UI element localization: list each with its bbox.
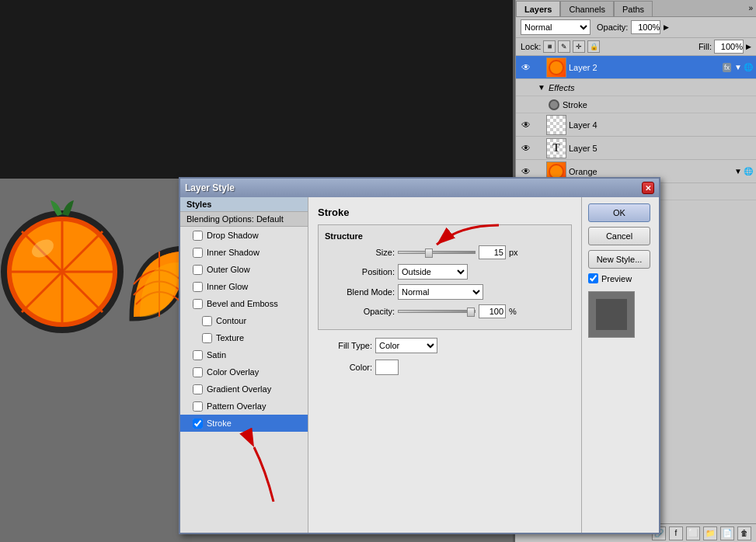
- size-value-input[interactable]: [479, 245, 506, 259]
- style-pattern-overlay[interactable]: Pattern Overlay: [180, 398, 308, 415]
- inner-glow-label: Inner Glow: [207, 282, 248, 291]
- opacity-form-label: Opacity:: [325, 307, 395, 316]
- style-stroke[interactable]: Stroke: [180, 415, 308, 432]
- preview-checkbox[interactable]: [588, 273, 598, 283]
- position-select[interactable]: Outside Inside Center: [398, 264, 468, 280]
- layers-toolbar: Normal Opacity: ▶: [516, 17, 756, 38]
- fx-icon-layer2[interactable]: fx: [723, 63, 731, 72]
- eye-icon-orange[interactable]: 👁: [519, 165, 533, 179]
- dialog-right-panel: OK Cancel New Style... Preview: [581, 197, 659, 533]
- opacity-unit: %: [509, 307, 517, 316]
- styles-header[interactable]: Styles: [180, 197, 308, 212]
- position-label: Position:: [325, 267, 395, 276]
- blend-mode-select[interactable]: Normal: [521, 19, 591, 35]
- texture-checkbox[interactable]: [202, 333, 212, 343]
- dialog-main-content: Stroke Structure Size: px Position:: [308, 197, 581, 533]
- svg-point-8: [549, 61, 563, 75]
- eye-icon-layer2[interactable]: 👁: [519, 61, 533, 75]
- blend-mode-label: Blend Mode:: [325, 287, 395, 297]
- outer-glow-checkbox[interactable]: [193, 265, 203, 275]
- style-outer-glow[interactable]: Outer Glow: [180, 261, 308, 278]
- lock-image-btn[interactable]: ✎: [558, 40, 570, 53]
- fill-arrow-icon[interactable]: ▶: [746, 43, 751, 50]
- size-label: Size:: [325, 248, 395, 257]
- color-overlay-checkbox[interactable]: [193, 367, 203, 377]
- blending-options-header[interactable]: Blending Options: Default: [180, 212, 308, 227]
- opacity-value-input[interactable]: [479, 304, 506, 318]
- structure-label: Structure: [325, 231, 565, 241]
- eye-icon-layer5[interactable]: 👁: [519, 141, 533, 155]
- opacity-input[interactable]: [631, 20, 660, 34]
- tab-layers[interactable]: Layers: [516, 1, 560, 16]
- layer2-name: Layer 2: [569, 63, 723, 72]
- layer-row-layer2[interactable]: 👁 Layer 2 fx ▼ 🌐: [516, 56, 756, 79]
- add-mask-btn[interactable]: ⬜: [686, 526, 700, 540]
- pattern-overlay-checkbox[interactable]: [193, 401, 203, 412]
- visibility-arrow-layer2[interactable]: ▼: [734, 63, 742, 71]
- color-swatch[interactable]: [375, 360, 399, 375]
- add-style-btn[interactable]: f: [669, 526, 683, 540]
- style-inner-glow[interactable]: Inner Glow: [180, 278, 308, 295]
- fill-type-label: Fill Type:: [318, 341, 372, 350]
- opacity-arrow-icon[interactable]: ▶: [664, 23, 669, 31]
- layer4-name: Layer 4: [569, 120, 753, 130]
- style-satin[interactable]: Satin: [180, 346, 308, 363]
- gradient-overlay-checkbox[interactable]: [193, 384, 203, 394]
- ok-button[interactable]: OK: [588, 203, 650, 222]
- chain-icon-layer5: [533, 143, 544, 154]
- bevel-emboss-checkbox[interactable]: [193, 299, 203, 309]
- lock-label: Lock:: [521, 42, 541, 51]
- orange-extra-icon: 🌐: [744, 167, 753, 175]
- bevel-emboss-label: Bevel and Emboss: [207, 299, 278, 308]
- tab-paths[interactable]: Paths: [614, 1, 653, 16]
- inner-shadow-label: Inner Shadow: [207, 248, 260, 257]
- panel-expand-icon[interactable]: »: [748, 4, 753, 12]
- style-color-overlay[interactable]: Color Overlay: [180, 363, 308, 380]
- inner-shadow-checkbox[interactable]: [193, 248, 203, 258]
- style-texture[interactable]: Texture: [180, 329, 308, 346]
- style-contour[interactable]: Contour: [180, 312, 308, 329]
- style-drop-shadow[interactable]: Drop Shadow: [180, 227, 308, 244]
- stroke-row-layer2[interactable]: Stroke: [516, 96, 756, 113]
- lock-position-btn[interactable]: ✛: [573, 40, 585, 53]
- effects-expand-icon[interactable]: ▼: [538, 83, 545, 92]
- dialog-titlebar: Layer Style ✕: [180, 179, 659, 197]
- lock-all-btn[interactable]: 🔒: [587, 40, 600, 53]
- thumb-layer5: T: [546, 138, 566, 158]
- position-row: Position: Outside Inside Center: [325, 264, 565, 280]
- size-slider-thumb[interactable]: [425, 248, 433, 258]
- fill-label: Fill:: [699, 42, 712, 51]
- effects-row-layer2: ▼ Effects: [516, 79, 756, 96]
- layer-row-layer4[interactable]: 👁 Layer 4: [516, 113, 756, 137]
- layer-row-layer5[interactable]: 👁 T Layer 5: [516, 137, 756, 160]
- style-bevel-emboss[interactable]: Bevel and Emboss: [180, 295, 308, 312]
- fill-type-select[interactable]: Color Gradient Pattern: [375, 338, 437, 353]
- eye-icon-layer4[interactable]: 👁: [519, 118, 533, 132]
- cancel-button[interactable]: Cancel: [588, 227, 650, 245]
- new-group-btn[interactable]: 📁: [703, 526, 717, 540]
- stroke-checkbox[interactable]: [193, 419, 203, 429]
- new-style-button[interactable]: New Style...: [588, 250, 650, 269]
- opacity-slider-thumb[interactable]: [467, 307, 475, 317]
- style-inner-shadow[interactable]: Inner Shadow: [180, 244, 308, 261]
- delete-layer-btn[interactable]: 🗑: [737, 526, 751, 540]
- tab-channels[interactable]: Channels: [560, 1, 613, 16]
- outer-glow-label: Outer Glow: [207, 265, 250, 274]
- preview-checkbox-container: Preview: [588, 273, 653, 283]
- style-gradient-overlay[interactable]: Gradient Overlay: [180, 380, 308, 398]
- new-layer-btn[interactable]: 📄: [720, 526, 734, 540]
- blend-mode-select-stroke[interactable]: Normal: [398, 284, 483, 300]
- size-slider[interactable]: [398, 251, 476, 254]
- lock-toolbar: Lock: ◾ ✎ ✛ 🔒 Fill: ▶: [516, 38, 756, 56]
- opacity-slider[interactable]: [398, 310, 476, 313]
- fill-input[interactable]: [714, 40, 744, 54]
- lock-transparent-btn[interactable]: ◾: [543, 40, 556, 53]
- contour-checkbox[interactable]: [202, 316, 212, 326]
- dialog-close-btn[interactable]: ✕: [642, 182, 654, 194]
- layer-style-dialog: Layer Style ✕ Styles Blending Options: D…: [179, 177, 660, 534]
- effects-label: Effects: [549, 83, 575, 92]
- drop-shadow-checkbox[interactable]: [193, 231, 203, 241]
- visibility-arrow-orange[interactable]: ▼: [734, 167, 742, 175]
- satin-checkbox[interactable]: [193, 350, 203, 360]
- inner-glow-checkbox[interactable]: [193, 282, 203, 292]
